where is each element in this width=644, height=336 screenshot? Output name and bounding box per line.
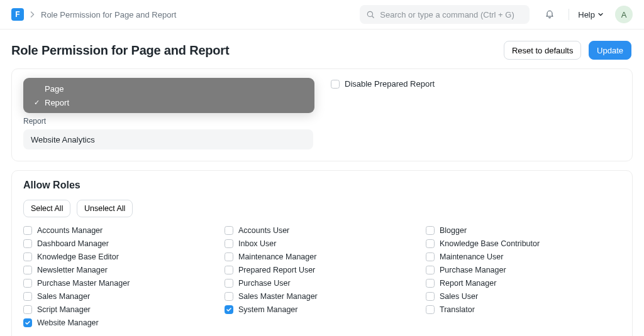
- dropdown-option-label: Report: [45, 98, 69, 107]
- checkbox-label: Inbox User: [238, 239, 276, 248]
- role-checkbox[interactable]: Script Manager: [23, 305, 218, 314]
- checkbox-label: Translator: [440, 305, 475, 314]
- report-link-field[interactable]: Website Analytics: [23, 129, 313, 149]
- checkbox-label: Purchase Master Manager: [37, 279, 130, 288]
- page-actions: Reset to defaults Update: [499, 41, 631, 60]
- checkbox-label: Sales User: [440, 292, 478, 301]
- role-checkbox[interactable]: Knowledge Base Editor: [23, 252, 218, 261]
- search-input[interactable]: Search or type a command (Ctrl + G): [360, 5, 530, 24]
- role-checkbox[interactable]: Purchase User: [225, 279, 419, 288]
- disable-prepared-report-checkbox[interactable]: Disable Prepared Report: [331, 79, 621, 89]
- checkbox-label: System Manager: [238, 305, 297, 314]
- page-title: Role Permission for Page and Report: [11, 43, 229, 58]
- roles-column: Accounts ManagerDashboard ManagerKnowled…: [23, 225, 218, 332]
- checkbox-icon: [23, 226, 32, 235]
- role-checkbox[interactable]: Sales User: [426, 292, 621, 301]
- role-checkbox[interactable]: Purchase Manager: [426, 266, 621, 274]
- set-role-for-dropdown[interactable]: Page ✓ Report: [23, 78, 314, 113]
- checkbox-icon: [225, 266, 233, 274]
- role-checkbox[interactable]: Inbox User: [225, 239, 419, 248]
- svg-point-0: [368, 11, 373, 16]
- checkbox-label: Knowledge Base Editor: [37, 252, 119, 261]
- update-button[interactable]: Update: [589, 41, 631, 60]
- role-checkbox[interactable]: Sales Manager: [23, 292, 218, 301]
- checkbox-icon: [225, 292, 233, 301]
- checkbox-icon: [23, 252, 32, 261]
- role-checkbox[interactable]: Sales Master Manager: [225, 292, 419, 301]
- checkbox-label: Knowledge Base Contributor: [440, 239, 540, 248]
- checkbox-label: Maintenance User: [440, 252, 503, 261]
- role-checkbox[interactable]: Purchase Master Manager: [23, 279, 218, 288]
- search-placeholder: Search or type a command (Ctrl + G): [380, 10, 514, 19]
- role-checkbox[interactable]: Newsletter Manager: [23, 266, 218, 274]
- role-checkbox[interactable]: Knowledge Base Contributor: [426, 239, 621, 248]
- section-title: Allow Roles: [23, 180, 621, 191]
- checkbox-icon: [225, 239, 233, 248]
- search-icon: [366, 10, 375, 19]
- report-field-label: Report: [23, 117, 313, 126]
- role-checkbox[interactable]: Accounts Manager: [23, 226, 218, 235]
- select-all-button[interactable]: Select All: [23, 200, 70, 217]
- check-icon: [32, 85, 41, 92]
- dropdown-option-page[interactable]: Page: [23, 82, 314, 95]
- separator: [569, 9, 569, 20]
- checkbox-label: Accounts User: [238, 226, 289, 235]
- check-icon: ✓: [32, 99, 41, 107]
- reset-to-defaults-button[interactable]: Reset to defaults: [504, 41, 582, 60]
- checkbox-icon: [23, 266, 32, 274]
- checkbox-icon: [23, 239, 32, 248]
- checkbox-label: Newsletter Manager: [37, 266, 108, 274]
- page-header: Role Permission for Page and Report Rese…: [0, 30, 644, 68]
- unselect-all-button[interactable]: Unselect All: [77, 200, 133, 217]
- checkbox-icon: [426, 226, 435, 235]
- checkbox-icon: [225, 252, 233, 261]
- checkbox-label: Blogger: [440, 226, 467, 235]
- dropdown-option-label: Page: [45, 84, 64, 94]
- checkbox-icon: [331, 80, 340, 89]
- checkbox-icon: [23, 292, 32, 301]
- checkbox-label: Sales Master Manager: [238, 292, 318, 301]
- role-checkbox[interactable]: Translator: [426, 305, 621, 314]
- checkbox-icon: [426, 279, 435, 288]
- dropdown-option-report[interactable]: ✓ Report: [23, 95, 314, 109]
- role-checkbox[interactable]: Report Manager: [426, 279, 621, 288]
- checkbox-label: Prepared Report User: [238, 266, 315, 274]
- form-card: Page ✓ Report Report Website Analytics D…: [11, 68, 633, 161]
- roles-grid: Accounts ManagerDashboard ManagerKnowled…: [23, 225, 621, 332]
- checkbox-label: Website Manager: [37, 318, 99, 327]
- roles-column: Accounts UserInbox UserMaintenance Manag…: [225, 225, 419, 332]
- role-checkbox[interactable]: System Manager: [225, 305, 419, 314]
- checkbox-label: Dashboard Manager: [37, 239, 109, 248]
- role-checkbox[interactable]: Accounts User: [225, 226, 419, 235]
- help-menu[interactable]: Help: [573, 10, 609, 19]
- breadcrumb[interactable]: Role Permission for Page and Report: [41, 10, 176, 19]
- roles-column: BloggerKnowledge Base ContributorMainten…: [426, 225, 621, 332]
- checkbox-icon: [23, 279, 32, 288]
- chevron-right-icon: [30, 10, 35, 19]
- role-checkbox[interactable]: Dashboard Manager: [23, 239, 218, 248]
- role-checkbox[interactable]: Maintenance User: [426, 252, 621, 261]
- checkbox-icon: [426, 305, 435, 314]
- checkbox-label: Accounts Manager: [37, 226, 103, 235]
- allow-roles-card: Allow Roles Select All Unselect All Acco…: [11, 170, 633, 336]
- checkbox-icon: [426, 266, 435, 274]
- chevron-down-icon: [597, 11, 604, 18]
- report-field-value: Website Analytics: [31, 135, 95, 144]
- role-checkbox[interactable]: Prepared Report User: [225, 266, 419, 274]
- role-checkbox[interactable]: Maintenance Manager: [225, 252, 419, 261]
- role-checkbox[interactable]: Website Manager: [23, 318, 218, 327]
- help-label: Help: [578, 10, 595, 19]
- notifications-icon[interactable]: [542, 9, 557, 21]
- role-checkbox[interactable]: Blogger: [426, 226, 621, 235]
- checkbox-icon: [225, 226, 233, 235]
- avatar[interactable]: A: [615, 6, 633, 23]
- checkbox-label: Report Manager: [440, 279, 496, 288]
- checkbox-icon: [225, 305, 233, 314]
- checkbox-icon: [426, 252, 435, 261]
- checkbox-label: Purchase Manager: [440, 266, 506, 274]
- checkbox-label: Maintenance Manager: [238, 252, 316, 261]
- checkbox-icon: [426, 239, 435, 248]
- checkbox-label: Script Manager: [37, 305, 91, 314]
- checkbox-icon: [23, 305, 32, 314]
- app-logo[interactable]: F: [11, 8, 24, 21]
